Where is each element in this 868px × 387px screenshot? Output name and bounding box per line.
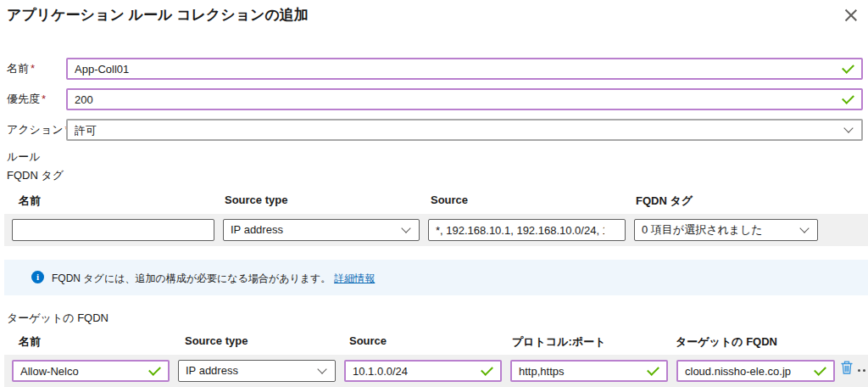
target-name-input-field[interactable] [14,362,168,380]
required-marker: * [31,62,35,75]
priority-label: 優先度* [7,88,46,110]
target-protocol-port-input[interactable] [510,360,668,382]
name-input[interactable] [66,58,863,80]
add-application-rule-collection-dialog: アプリケーション ルール コレクションの追加 名前* 優先度* アクション* 許… [0,0,868,387]
target-source-input[interactable] [344,360,502,382]
fqdn-tag-select[interactable]: 0 項目が選択されました [634,219,818,241]
fqdn-tags-col-source-type: Source type [225,194,287,206]
ellipsis-icon [858,369,860,372]
name-input-field[interactable] [68,59,861,78]
fqdn-tags-col-name: 名前 [19,194,41,209]
close-icon[interactable] [844,8,858,21]
rules-section-label: ルール [7,149,41,165]
target-name-input[interactable] [12,360,170,382]
target-fqdns-col-protocol-port: プロトコル:ポート [512,334,605,350]
more-options-button[interactable] [855,360,868,380]
fqdn-tag-name-input-field[interactable] [13,220,214,240]
fqdn-tags-section-label: FQDN タグ [7,168,64,183]
target-fqdns-col-source: Source [349,334,387,347]
target-fqdns-col-target-fqdn: ターゲットの FQDN [676,334,777,350]
info-banner: FQDN タグには、追加の構成が必要になる場合があります。詳細情報 [4,260,868,295]
fqdn-tag-source-input-field[interactable] [429,220,625,240]
page-title: アプリケーション ルール コレクションの追加 [7,5,309,25]
learn-more-link[interactable]: 詳細情報 [334,272,375,284]
target-fqdns-col-name: 名前 [19,334,41,350]
info-icon [31,271,44,283]
target-fqdn-input[interactable] [676,360,835,382]
chevron-down-icon [799,223,809,233]
name-label: 名前* [7,58,35,80]
fqdn-tag-name-input[interactable] [12,219,214,241]
chevron-down-icon [401,223,410,233]
fqdn-tag-source-input[interactable] [428,219,626,241]
required-marker: * [42,93,46,105]
priority-field-row: 優先度* [0,88,868,110]
target-fqdns-section-label: ターゲットの FQDN [7,311,108,326]
fqdn-tag-source-type-select[interactable]: IP address [223,219,420,241]
delete-row-button[interactable] [840,360,855,380]
target-source-input-field[interactable] [346,362,500,380]
priority-input[interactable] [66,88,863,110]
trash-icon [840,360,854,375]
action-label: アクション* [7,119,70,141]
info-banner-text: FQDN タグには、追加の構成が必要になる場合があります。詳細情報 [52,272,375,286]
target-fqdn-input-field[interactable] [678,362,833,380]
target-fqdns-col-source-type: Source type [185,334,248,347]
target-source-type-select[interactable]: IP address [178,360,336,382]
target-protocol-port-input-field[interactable] [512,362,666,380]
name-field-row: 名前* [0,58,868,80]
priority-input-field[interactable] [68,90,861,109]
action-select[interactable]: 許可 [66,119,863,141]
fqdn-tags-col-source: Source [431,194,468,206]
action-field-row: アクション* 許可 [0,119,868,141]
chevron-down-icon [317,364,326,373]
fqdn-tags-col-fqdn-tag: FQDN タグ [636,194,693,209]
chevron-down-icon [843,123,853,132]
